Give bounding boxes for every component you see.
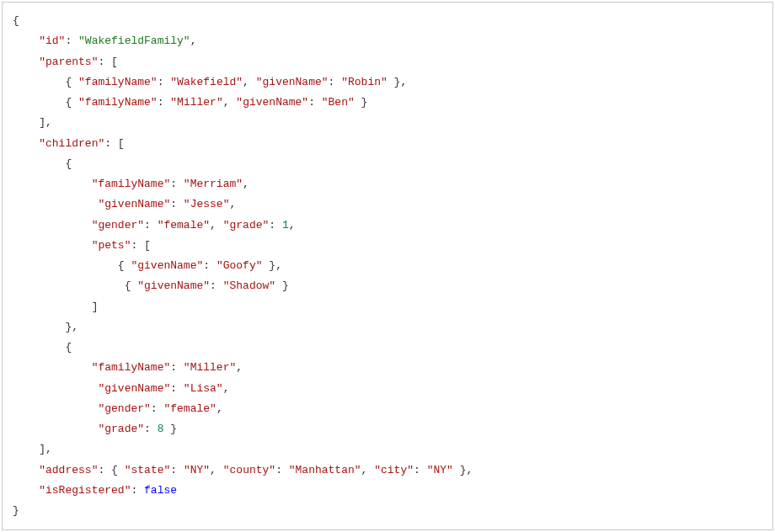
comma: , bbox=[243, 76, 249, 88]
key-familyname: "familyName" bbox=[78, 76, 158, 88]
val-id: "WakefieldFamily" bbox=[78, 35, 190, 47]
colon: : bbox=[170, 198, 184, 210]
colon: : bbox=[275, 464, 289, 476]
colon: : bbox=[144, 219, 158, 231]
comma: , bbox=[190, 35, 197, 47]
colon: : bbox=[269, 219, 282, 231]
comma: , bbox=[223, 96, 230, 109]
colon: : bbox=[98, 464, 111, 476]
key-givenname: "givenName" bbox=[236, 96, 308, 109]
colon: : bbox=[308, 96, 322, 109]
code-line: "children": [ bbox=[13, 134, 762, 154]
bracket-close: ] bbox=[39, 116, 45, 129]
code-line: "isRegistered": false bbox=[13, 481, 762, 501]
colon: : bbox=[170, 178, 184, 190]
comma: , bbox=[45, 443, 52, 455]
key-grade: "grade" bbox=[223, 219, 270, 231]
key-givenname: "givenName" bbox=[131, 259, 203, 272]
code-line: "givenName": "Jesse", bbox=[13, 194, 762, 215]
brace-close: } bbox=[282, 279, 289, 292]
key-id: "id" bbox=[39, 35, 65, 47]
comma: , bbox=[466, 464, 473, 476]
comma: , bbox=[361, 464, 368, 476]
colon: : bbox=[131, 484, 144, 497]
comma: , bbox=[210, 464, 216, 476]
val-female: "female" bbox=[158, 219, 210, 231]
key-givenname: "givenName" bbox=[137, 279, 210, 292]
key-grade: "grade" bbox=[98, 423, 144, 435]
code-line: ], bbox=[13, 113, 762, 133]
code-line: { "familyName": "Miller", "givenName": "… bbox=[13, 93, 762, 113]
code-line: { "givenName": "Goofy" }, bbox=[13, 256, 762, 276]
code-line: } bbox=[13, 501, 762, 521]
colon: : bbox=[170, 464, 184, 476]
val-ny: "NY" bbox=[427, 464, 453, 476]
val-manhattan: "Manhattan" bbox=[289, 464, 361, 476]
colon: : bbox=[414, 464, 427, 476]
code-line: "id": "WakefieldFamily", bbox=[13, 31, 762, 51]
colon: : bbox=[158, 96, 171, 109]
brace-open: { bbox=[13, 14, 19, 27]
brace-open: { bbox=[125, 279, 131, 292]
key-familyname: "familyName" bbox=[92, 361, 171, 374]
brace-open: { bbox=[118, 259, 125, 272]
val-grade1: 1 bbox=[282, 219, 289, 231]
key-familyname: "familyName" bbox=[78, 96, 158, 109]
key-pets: "pets" bbox=[92, 239, 131, 252]
key-address: "address" bbox=[39, 464, 98, 476]
comma: , bbox=[289, 219, 296, 231]
code-block: { "id": "WakefieldFamily", "parents": [ … bbox=[2, 2, 773, 530]
comma: , bbox=[45, 116, 52, 129]
brace-close: } bbox=[13, 504, 19, 517]
colon: : bbox=[170, 382, 184, 395]
brace-open: { bbox=[111, 464, 118, 476]
key-givenname: "givenName" bbox=[98, 198, 170, 210]
key-familyname: "familyName" bbox=[92, 178, 171, 190]
key-city: "city" bbox=[374, 464, 414, 476]
bracket-open: [ bbox=[118, 137, 125, 150]
colon: : bbox=[158, 76, 171, 88]
code-line: "familyName": "Merriam", bbox=[13, 174, 762, 194]
val-jesse: "Jesse" bbox=[184, 198, 230, 210]
colon: : bbox=[65, 35, 78, 47]
key-gender: "gender" bbox=[92, 219, 144, 231]
code-line: "givenName": "Lisa", bbox=[13, 379, 762, 399]
colon: : bbox=[329, 76, 342, 88]
code-line: { bbox=[13, 11, 762, 31]
key-givenname: "givenName" bbox=[256, 76, 329, 88]
key-givenname: "givenName" bbox=[98, 382, 170, 395]
comma: , bbox=[216, 402, 223, 415]
colon: : bbox=[210, 279, 223, 292]
code-line: "address": { "state": "NY", "county": "M… bbox=[13, 460, 762, 481]
val-goofy: "Goofy" bbox=[216, 259, 263, 272]
bracket-close: ] bbox=[92, 301, 99, 313]
brace-open: { bbox=[65, 96, 72, 109]
bracket-open: [ bbox=[111, 56, 118, 68]
code-line: "parents": [ bbox=[13, 52, 762, 72]
brace-close: } bbox=[361, 96, 368, 109]
comma: , bbox=[210, 219, 216, 231]
val-robin: "Robin" bbox=[341, 76, 388, 88]
val-female: "female" bbox=[163, 402, 216, 415]
code-line: ], bbox=[13, 439, 762, 460]
colon: : bbox=[144, 423, 158, 435]
val-wakefield: "Wakefield" bbox=[170, 76, 243, 88]
code-line: { "familyName": "Wakefield", "givenName"… bbox=[13, 72, 762, 93]
key-parents: "parents" bbox=[39, 56, 98, 68]
code-line: "pets": [ bbox=[13, 236, 762, 256]
comma: , bbox=[400, 76, 407, 88]
key-state: "state" bbox=[125, 464, 171, 476]
key-county: "county" bbox=[223, 464, 275, 476]
val-shadow: "Shadow" bbox=[223, 279, 275, 292]
val-ben: "Ben" bbox=[322, 96, 355, 109]
comma: , bbox=[223, 382, 230, 395]
code-line: "gender": "female", "grade": 1, bbox=[13, 215, 762, 236]
val-lisa: "Lisa" bbox=[184, 382, 223, 395]
comma: , bbox=[243, 178, 249, 190]
brace-open: { bbox=[65, 341, 72, 354]
val-miller: "Miller" bbox=[184, 361, 236, 374]
colon: : bbox=[170, 361, 184, 374]
val-ny: "NY" bbox=[184, 464, 210, 476]
code-line: { "givenName": "Shadow" } bbox=[13, 276, 762, 296]
val-merriam: "Merriam" bbox=[184, 178, 243, 190]
